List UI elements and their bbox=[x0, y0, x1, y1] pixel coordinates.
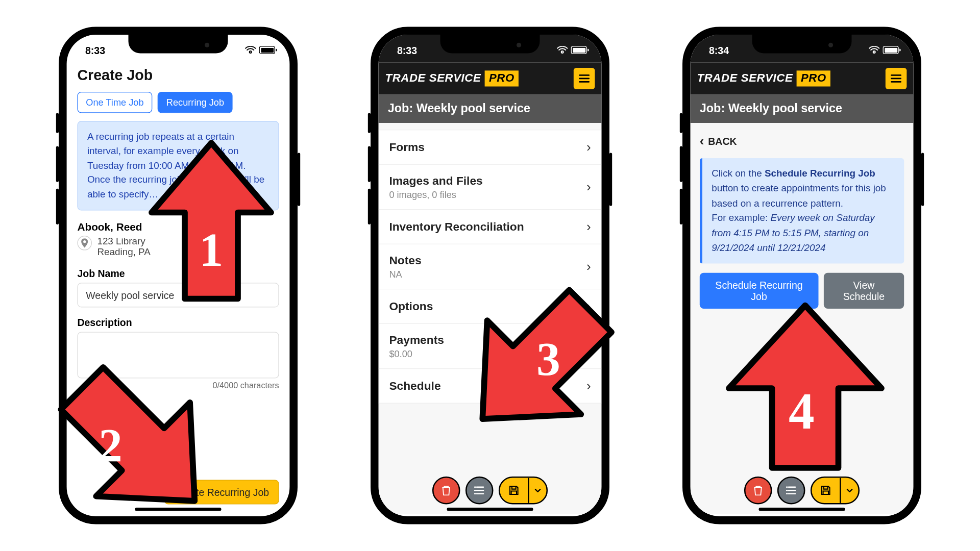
address-line2: Reading, PA bbox=[97, 246, 150, 257]
home-indicator bbox=[759, 508, 845, 511]
list-item-inventory[interactable]: Inventory Reconciliation › bbox=[379, 210, 602, 244]
list-icon bbox=[786, 486, 797, 495]
chevron-right-icon: › bbox=[586, 259, 591, 274]
caret-down-icon bbox=[846, 488, 853, 492]
list-label: Options bbox=[389, 299, 433, 313]
menu-button[interactable] bbox=[574, 68, 595, 89]
wifi-icon bbox=[557, 46, 568, 54]
brand-text: TRADE SERVICE bbox=[697, 72, 793, 85]
app-header: TRADE SERVICE PRO bbox=[379, 63, 602, 94]
list-item-images-files[interactable]: Images and Files 0 images, 0 files › bbox=[379, 165, 602, 210]
menu-button[interactable] bbox=[886, 68, 907, 89]
list-label: Notes bbox=[389, 254, 421, 267]
battery-icon bbox=[571, 46, 587, 54]
save-dropdown-button[interactable] bbox=[840, 478, 858, 503]
list-sublabel: NA bbox=[389, 269, 421, 280]
trash-icon bbox=[441, 485, 452, 496]
trash-icon bbox=[753, 485, 764, 496]
schedule-info-box: Click on the Schedule Recurring Job butt… bbox=[700, 158, 904, 263]
list-icon bbox=[474, 486, 485, 495]
job-title-header: Job: Weekly pool service bbox=[379, 94, 602, 123]
bottom-toolbar bbox=[744, 477, 860, 505]
delete-button[interactable] bbox=[432, 477, 460, 505]
location-pin-icon bbox=[77, 236, 92, 251]
address-line1: 123 Library bbox=[97, 236, 150, 246]
save-icon bbox=[820, 485, 831, 496]
chevron-right-icon: › bbox=[586, 219, 591, 235]
back-button[interactable]: ‹ BACK bbox=[700, 134, 904, 149]
brand-pro-badge: PRO bbox=[797, 70, 830, 86]
bottom-toolbar bbox=[432, 477, 548, 505]
list-item-forms[interactable]: Forms › bbox=[379, 130, 602, 165]
hamburger-icon bbox=[579, 74, 590, 83]
brand-text: TRADE SERVICE bbox=[385, 72, 481, 85]
status-time: 8:33 bbox=[397, 44, 417, 56]
save-split-button[interactable] bbox=[811, 477, 860, 505]
chevron-left-icon: ‹ bbox=[700, 134, 704, 149]
page-title: Create Job bbox=[77, 67, 279, 84]
annotation-arrow-1: 1 bbox=[145, 140, 278, 306]
phone-1: 8:33 Create Job One Time Job Recurring J… bbox=[59, 27, 298, 524]
list-label: Forms bbox=[389, 140, 425, 154]
wifi-icon bbox=[869, 46, 879, 54]
list-label: Payments bbox=[389, 333, 444, 347]
battery-icon bbox=[883, 46, 899, 54]
tab-one-time-job[interactable]: One Time Job bbox=[77, 92, 152, 113]
app-header: TRADE SERVICE PRO bbox=[691, 63, 914, 94]
save-icon bbox=[508, 485, 519, 496]
back-label: BACK bbox=[708, 136, 737, 147]
home-indicator bbox=[447, 508, 533, 511]
brand-pro-badge: PRO bbox=[485, 70, 518, 86]
battery-icon bbox=[259, 46, 275, 54]
list-label: Images and Files bbox=[389, 174, 482, 188]
delete-button[interactable] bbox=[744, 477, 772, 505]
save-button[interactable] bbox=[812, 478, 840, 503]
hamburger-icon bbox=[891, 74, 901, 83]
caret-down-icon bbox=[534, 488, 541, 492]
list-button[interactable] bbox=[777, 477, 805, 505]
list-button[interactable] bbox=[465, 477, 494, 505]
status-time: 8:33 bbox=[85, 44, 105, 56]
save-button[interactable] bbox=[500, 478, 528, 503]
annotation-arrow-4: 4 bbox=[722, 302, 888, 474]
list-label: Schedule bbox=[389, 379, 440, 393]
tab-recurring-job[interactable]: Recurring Job bbox=[158, 92, 233, 113]
chevron-right-icon: › bbox=[586, 140, 591, 155]
save-dropdown-button[interactable] bbox=[528, 478, 546, 503]
chevron-right-icon: › bbox=[586, 180, 591, 195]
list-sublabel: $0.00 bbox=[389, 348, 444, 359]
job-title-header: Job: Weekly pool service bbox=[691, 94, 914, 123]
annotation-arrow-2: 2 bbox=[39, 359, 238, 531]
wifi-icon bbox=[245, 46, 256, 54]
phone-3: 8:34 TRADE SERVICE PRO Job: Weekly pool … bbox=[682, 27, 921, 524]
annotation-arrow-3: 3 bbox=[447, 282, 626, 448]
save-split-button[interactable] bbox=[499, 477, 548, 505]
status-time: 8:34 bbox=[709, 44, 729, 56]
list-label: Inventory Reconciliation bbox=[389, 220, 524, 234]
description-label: Description bbox=[77, 316, 279, 328]
phone-2: 8:33 TRADE SERVICE PRO Job: Weekly pool … bbox=[371, 27, 609, 524]
list-sublabel: 0 images, 0 files bbox=[389, 189, 482, 200]
